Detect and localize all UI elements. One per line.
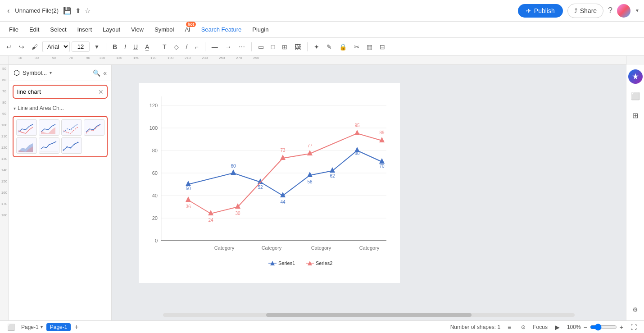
svg-text:58: 58 [307,179,313,184]
star-icon[interactable]: ☆ [85,7,91,15]
font-selector[interactable]: Arial [42,41,70,52]
zoom-controls: 100% − + [567,324,623,331]
chart-thumb-5[interactable] [16,137,37,154]
ruler-h-label: 10 [18,56,22,60]
publish-button[interactable]: ✈ Publish [518,4,563,18]
menu-ai[interactable]: AI hot [180,24,195,35]
chart-thumb-7[interactable] [61,137,82,154]
right-panel-grid-button[interactable]: ⊞ [630,109,641,123]
section-header[interactable]: ▾ Line and Area Ch... [9,102,111,114]
text-button[interactable]: T [160,41,169,52]
save-icon[interactable]: 💾 [63,7,72,15]
crop-button[interactable]: ⊞ [279,41,290,52]
menu-symbol[interactable]: Symbol [150,24,178,35]
svg-marker-0 [41,127,55,134]
chart-thumb-4[interactable] [84,119,104,136]
line-end-button[interactable]: ⋯ [236,41,248,52]
menu-plugin[interactable]: Plugin [248,24,273,35]
play-button[interactable]: ▶ [552,322,562,333]
arrow-style-button[interactable]: → [222,41,234,52]
svg-text:89: 89 [379,130,385,135]
back-button[interactable]: ‹ [5,5,12,17]
redo-button[interactable]: ↪ [16,41,27,52]
svg-point-7 [74,144,75,145]
sidebar-collapse-button[interactable]: « [103,69,107,77]
edit-button[interactable]: ✎ [324,41,335,52]
underline-button[interactable]: U [131,41,141,52]
italic-button[interactable]: I [122,41,129,52]
font-size-input[interactable] [72,41,90,52]
export-icon[interactable]: ⬆ [75,7,81,15]
format-paint-button[interactable]: 🖌 [29,41,41,52]
app-title: Unnamed File(2) [15,7,59,14]
settings-button[interactable]: ⊟ [377,41,388,52]
sidebar-chevron[interactable]: ▾ [50,70,52,75]
topbar-right: ✈ Publish ⤴ Share ? ▼ [518,4,639,18]
horizontal-scrollbar-track[interactable] [163,313,575,317]
account-chevron[interactable]: ▼ [635,8,639,13]
font-size-down[interactable]: ▼ [91,42,102,52]
font-color-button[interactable]: A̲ [142,41,152,52]
image-button[interactable]: 🖼 [292,41,304,52]
layers-button[interactable]: ≡ [505,322,514,333]
table-button[interactable]: ▦ [364,41,375,52]
share-button[interactable]: ⤴ Share [567,4,603,18]
search-input[interactable] [14,86,96,98]
connector-button[interactable]: ⌐ [192,41,201,52]
statusbar-right: Number of shapes: 1 ≡ ⊙ Focus ▶ 100% − +… [450,322,639,333]
menu-insert[interactable]: Insert [73,24,97,35]
focus-toggle[interactable]: ⊙ [518,322,528,332]
callout-button[interactable]: □ [268,41,277,52]
search-submit-button[interactable]: 🔍 [105,87,108,97]
menu-select[interactable]: Select [45,24,71,35]
chart-thumb-3[interactable] [61,119,82,136]
svg-text:73: 73 [280,148,286,153]
help-icon[interactable]: ? [608,6,612,15]
menu-edit[interactable]: Edit [25,24,44,35]
line-button[interactable]: / [183,41,190,52]
svg-point-5 [67,146,68,148]
svg-marker-25 [231,169,236,175]
fullscreen-button[interactable]: ⛶ [628,322,639,333]
zoom-in-button[interactable]: + [620,324,623,331]
avatar[interactable] [617,4,630,18]
canvas-scroll[interactable]: 0 20 40 60 80 100 120 [112,65,626,320]
zoom-out-button[interactable]: − [584,324,587,331]
svg-text:77: 77 [307,143,313,148]
current-page-tab[interactable]: Page-1 [46,323,71,331]
menu-search-feature[interactable]: Search Feature [197,24,246,35]
svg-text:24: 24 [208,218,213,223]
sidebar-search-button[interactable]: 🔍 [93,69,100,77]
right-panel-settings-button[interactable]: ⚙ [630,303,641,316]
clear-search-button[interactable]: ✕ [96,87,105,97]
chart-thumb-6[interactable] [39,137,59,154]
page-dropdown[interactable]: ▾ [41,324,43,329]
chart-thumb-2[interactable] [39,119,59,136]
menu-file[interactable]: File [5,24,23,35]
zoom-level: 100% [567,324,581,330]
container-button[interactable]: ▭ [255,41,267,52]
svg-point-8 [77,142,79,143]
search-box: ✕ 🔍 [13,85,108,99]
unlock-button[interactable]: ✂ [351,41,362,52]
menu-view[interactable]: View [127,24,148,35]
svg-text:20: 20 [152,215,158,221]
bold-button[interactable]: B [110,41,120,52]
page-selector[interactable]: Page-1 ▾ [21,324,43,330]
right-panel-page-button[interactable]: ⬜ [628,89,643,103]
shape-button[interactable]: ◇ [171,41,181,52]
svg-marker-40 [186,196,191,202]
add-page-button[interactable]: + [74,323,78,331]
zoom-slider[interactable] [590,324,617,331]
undo-button[interactable]: ↩ [4,41,14,52]
horizontal-scrollbar-thumb[interactable] [266,313,472,317]
sparkle-button[interactable]: ✦ [311,41,322,52]
page-view-button[interactable]: ⬜ [5,322,18,333]
ruler-horizontal: 10 30 50 70 90 110 130 150 170 190 210 2… [9,56,626,65]
menu-layout[interactable]: Layout [98,24,125,35]
svg-text:Category: Category [311,245,331,251]
copilot-icon[interactable] [628,69,643,84]
chart-thumb-1[interactable] [16,119,37,136]
lock-button[interactable]: 🔒 [336,41,349,52]
line-style-button[interactable]: — [209,41,221,52]
